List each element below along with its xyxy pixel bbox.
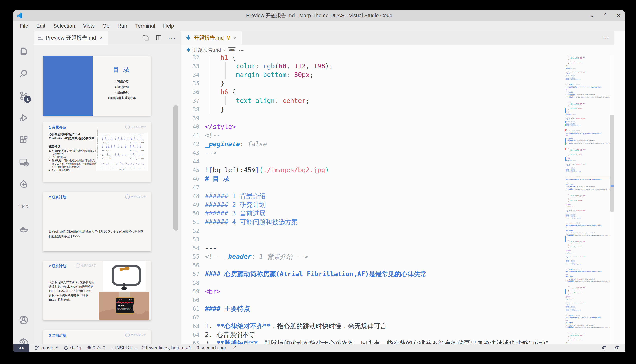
menu-item-edit[interactable]: Edit bbox=[32, 22, 49, 30]
window-close-button[interactable]: ✕ bbox=[612, 10, 625, 21]
window-title: Preview 开题报告.md - Marp-Theme-UCAS - Visu… bbox=[14, 10, 625, 21]
code-line: 42_paginate: false bbox=[181, 140, 614, 148]
slide-thumbnail-toc: 目 录 1 背景介绍2 研究计划3 当前进展4 可能问题和被选方案 bbox=[43, 56, 151, 116]
line-number: 41 bbox=[181, 131, 205, 140]
markdown-preview-group: Preview 开题报告.md × ··· 目 录 1 背景介绍2 研究计划3 … bbox=[34, 31, 181, 344]
line-number: 52 bbox=[181, 226, 205, 235]
ecg-x-label: Time (s) bbox=[96, 169, 148, 170]
sidebar-item-gitlens[interactable] bbox=[14, 175, 34, 194]
more-actions-icon[interactable]: ··· bbox=[168, 34, 176, 42]
line-number: 48 bbox=[181, 192, 205, 200]
line-number: 63 bbox=[181, 322, 205, 330]
tex-icon: TEX bbox=[18, 203, 29, 210]
line-number: 54 bbox=[181, 244, 205, 252]
apple-watch-chassis-photo bbox=[103, 261, 146, 291]
branch-status[interactable]: master* bbox=[34, 345, 58, 351]
editor-scrollbar[interactable] bbox=[610, 55, 614, 344]
line-number: 64 bbox=[181, 330, 205, 339]
code-line: 642. 心音强弱不等 bbox=[181, 330, 614, 339]
activity-bar: 1 TEX bbox=[14, 31, 34, 344]
code-line: 46# 目 录 bbox=[181, 174, 614, 183]
bell-icon[interactable] bbox=[613, 345, 619, 351]
open-source-file-icon[interactable] bbox=[142, 34, 149, 42]
code-line: 43--> bbox=[181, 148, 614, 157]
feedback-icon[interactable] bbox=[601, 345, 607, 351]
slide-accent-band bbox=[43, 56, 93, 116]
markdown-preview-icon bbox=[38, 34, 43, 41]
window-restore-down-button[interactable]: ⌄ bbox=[585, 10, 598, 21]
list-item: 2.心音强弱不等 bbox=[49, 156, 98, 159]
window-maximize-button[interactable]: ⌃ bbox=[598, 10, 612, 21]
line-number: 65 bbox=[181, 339, 205, 344]
menu-item-file[interactable]: File bbox=[16, 22, 32, 30]
breadcrumb-file[interactable]: 开题报告.md bbox=[193, 47, 221, 53]
remote-indicator[interactable]: >< bbox=[14, 344, 29, 352]
indent-guide bbox=[225, 96, 226, 105]
university-logo: 电子科技大学 bbox=[125, 332, 145, 337]
tab-preview[interactable]: Preview 开题报告.md × bbox=[34, 31, 108, 45]
problems-status[interactable]: ⊗ 0 ⚠ 0 bbox=[87, 345, 105, 351]
code-line: 49###### 2 研究计划 bbox=[181, 200, 614, 209]
code-line: 54--- bbox=[181, 244, 614, 252]
list-item: 3.脉搏短绌，即脉搏的跳动次数少于心跳次数，因为有一些次数的心跳并不能有效的泵出… bbox=[49, 159, 98, 169]
code-editor[interactable]: 32 h1 {33 color: rgb(60, 112, 198);34 ma… bbox=[181, 55, 614, 344]
code-line: 39 bbox=[181, 114, 614, 122]
slide-thumbnail-plan1: 2 研究计划 电子科技大学 目前成熟的针对房颤的检测算法大多针对ECG，主要的房… bbox=[43, 192, 151, 252]
menu-item-go[interactable]: Go bbox=[99, 22, 113, 30]
sidebar-item-latex-workshop[interactable]: TEX bbox=[14, 197, 34, 216]
slide-feature-list: 1.心律绝对不齐，指心脏的跳动时快时慢，毫无规律可言2.心音强弱不等3.脉搏短绌… bbox=[49, 149, 98, 172]
sidebar-item-source-control[interactable]: 1 bbox=[14, 86, 34, 105]
menu-item-terminal[interactable]: Terminal bbox=[131, 22, 159, 30]
code-line: 57#### 心房颤动简称房颤(Atrial Fibrillation,AF)是… bbox=[181, 270, 614, 278]
marp-file-icon bbox=[185, 34, 191, 41]
university-logo: 电子科技大学 bbox=[125, 125, 145, 129]
line-number: 39 bbox=[181, 114, 205, 122]
breadcrumb-symbol[interactable]: --- bbox=[239, 47, 243, 53]
code-line: 34 margin-bottom: 30px; bbox=[181, 70, 614, 79]
list-item: 4.P波不明显或消失 bbox=[49, 169, 98, 172]
code-line: 53 bbox=[181, 235, 614, 244]
sidebar-item-extensions[interactable] bbox=[14, 130, 34, 150]
remote-explorer-icon bbox=[18, 157, 29, 168]
sidebar-item-run-debug[interactable] bbox=[14, 108, 34, 127]
check-status[interactable]: ✓ bbox=[233, 345, 237, 351]
sidebar-item-remote-explorer[interactable] bbox=[14, 153, 34, 172]
slide-body-text: 大多数房颤具有阵发性，需要长时间连续监测。Apple Watch的房颤检测通过了… bbox=[49, 280, 95, 302]
slide-thumbnail-plan2: 2 研究计划 电子科技大学 大多数房颤具有阵发性，需要长时间连续监测。Apple… bbox=[43, 261, 151, 320]
vscode-window: Preview 开题报告.md - Marp-Theme-UCAS - Visu… bbox=[14, 10, 625, 352]
title-bar: Preview 开题报告.md - Marp-Theme-UCAS - Visu… bbox=[14, 10, 625, 21]
chevron-right-icon: › bbox=[223, 47, 225, 53]
menu-item-help[interactable]: Help bbox=[159, 22, 178, 30]
tab-markdown-file[interactable]: 开题报告.md M × bbox=[181, 31, 242, 45]
sidebar-item-search[interactable] bbox=[14, 64, 34, 83]
more-actions-icon[interactable]: ⋯ bbox=[602, 34, 609, 42]
sidebar-item-docker[interactable] bbox=[14, 219, 34, 238]
code-line: 50###### 3 当前进展 bbox=[181, 209, 614, 218]
sync-status[interactable]: 0↓ 1↑ bbox=[63, 345, 82, 351]
line-number: 60 bbox=[181, 296, 205, 304]
close-icon[interactable]: × bbox=[99, 35, 104, 41]
line-number: 46 bbox=[181, 174, 205, 183]
editor-scrollbar-thumb[interactable] bbox=[610, 115, 614, 212]
split-editor-icon[interactable] bbox=[155, 34, 162, 42]
line-number: 36 bbox=[181, 88, 205, 96]
preview-scrollbar-thumb[interactable] bbox=[173, 105, 178, 230]
close-icon[interactable]: × bbox=[232, 35, 238, 41]
menu-bar: FileEditSelectionViewGoRunTerminalHelp bbox=[14, 21, 625, 31]
menu-item-selection[interactable]: Selection bbox=[49, 22, 79, 30]
toc-item: 1 背景介绍 bbox=[93, 80, 151, 84]
extensions-icon bbox=[18, 135, 29, 145]
code-line: 631. **心律绝对不齐**，指心脏的跳动时快时慢，毫无规律可言 bbox=[181, 322, 614, 330]
sidebar-item-accounts[interactable] bbox=[14, 310, 34, 330]
line-number: 51 bbox=[181, 218, 205, 226]
marp-file-icon bbox=[186, 47, 191, 52]
menu-item-view[interactable]: View bbox=[79, 22, 99, 30]
gitlens-icon bbox=[18, 179, 29, 190]
minimap[interactable]: h1 { color: rgb(60, 112, 198); margin-bo… bbox=[565, 55, 610, 344]
preview-slide-list[interactable]: 目 录 1 背景介绍2 研究计划3 当前进展4 可能问题和被选方案 1 背景介绍… bbox=[34, 45, 181, 344]
menu-item-run[interactable]: Run bbox=[113, 22, 131, 30]
sidebar-item-explorer[interactable] bbox=[14, 42, 34, 61]
line-number: 34 bbox=[181, 70, 205, 79]
line-number: 62 bbox=[181, 313, 205, 322]
line-number: 58 bbox=[181, 278, 205, 287]
